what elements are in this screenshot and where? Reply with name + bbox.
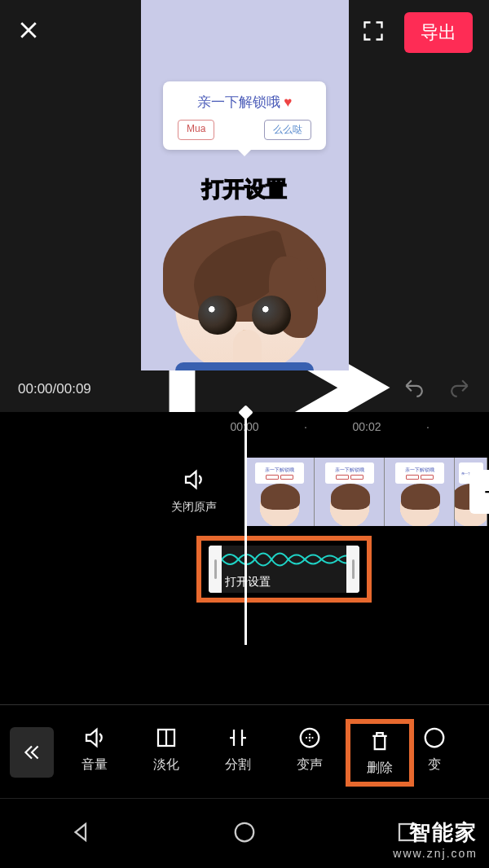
pill-right: 么么哒	[264, 120, 311, 140]
split-icon	[226, 726, 250, 750]
voice-change-icon	[297, 726, 322, 750]
toolbar-split[interactable]: 分割	[202, 719, 274, 787]
audio-clip-label: 打开设置	[222, 573, 346, 591]
watermark: 智能家 www.znj.com	[393, 818, 478, 860]
redo-icon	[450, 377, 471, 398]
mute-original-audio[interactable]: 关闭原声	[171, 467, 217, 515]
video-thumb[interactable]: 亲一下解锁哦	[315, 458, 385, 526]
close-icon	[16, 18, 41, 42]
toolbar-fade[interactable]: 淡化	[130, 719, 202, 787]
video-track[interactable]: 亲一下解锁哦 亲一下解锁哦 亲一下解锁哦 亲一下解锁哦 +	[244, 458, 489, 526]
expand-icon	[362, 20, 385, 42]
svg-point-3	[425, 728, 444, 747]
toolbar-delete[interactable]: 删除	[346, 719, 414, 787]
nav-home-icon	[232, 820, 257, 844]
nav-home[interactable]	[232, 820, 257, 848]
cartoon-illustration	[151, 199, 338, 370]
undo-button[interactable]	[403, 377, 424, 401]
delete-icon	[368, 729, 392, 753]
toolbar-voice-change[interactable]: 变声	[274, 719, 346, 787]
export-button[interactable]: 导出	[404, 12, 473, 53]
playhead[interactable]	[244, 412, 247, 645]
timecode: 00:00/00:09	[18, 381, 91, 397]
audio-toolbar: 音量 淡化 分割 变声 删除 变	[0, 707, 489, 798]
undo-icon	[403, 377, 424, 398]
divider	[0, 704, 489, 705]
speaker-icon	[182, 467, 206, 492]
clip-handle-right[interactable]	[346, 546, 359, 593]
fade-icon	[154, 726, 178, 750]
toolbar-volume[interactable]: 音量	[59, 719, 130, 787]
toolbar-speed[interactable]: 变	[414, 719, 455, 787]
preview-canvas[interactable]: 亲一下解锁哦 ♥ Mua 么么哒 打开设置	[141, 0, 349, 370]
clip-handle-left[interactable]	[209, 546, 222, 593]
video-thumb[interactable]: 亲一下解锁哦	[385, 458, 455, 526]
svg-point-4	[236, 822, 254, 841]
video-thumb[interactable]: 亲一下解锁哦	[244, 458, 315, 526]
timeline[interactable]: 00:00 · 00:02 · 关闭原声 亲一下解锁哦 亲一下解锁哦 亲一下解锁…	[0, 412, 489, 705]
close-button[interactable]	[16, 15, 41, 50]
chevron-left-double-icon	[21, 742, 42, 763]
preview-area: 亲一下解锁哦 ♥ Mua 么么哒 打开设置	[0, 65, 489, 366]
speech-title: 亲一下解锁哦 ♥	[178, 93, 311, 112]
speed-icon	[422, 726, 447, 750]
toolbar-back-button[interactable]	[10, 727, 54, 778]
nav-back[interactable]	[69, 820, 94, 848]
waveform	[222, 546, 346, 573]
redo-button[interactable]	[450, 377, 471, 401]
expand-button[interactable]	[362, 20, 385, 46]
add-clip-button[interactable]: +	[469, 470, 489, 514]
nav-back-icon	[69, 820, 94, 844]
volume-icon	[82, 726, 107, 750]
speech-bubble: 亲一下解锁哦 ♥ Mua 么么哒	[163, 81, 326, 150]
pill-left: Mua	[178, 120, 214, 140]
audio-clip[interactable]: 打开设置	[209, 546, 359, 593]
